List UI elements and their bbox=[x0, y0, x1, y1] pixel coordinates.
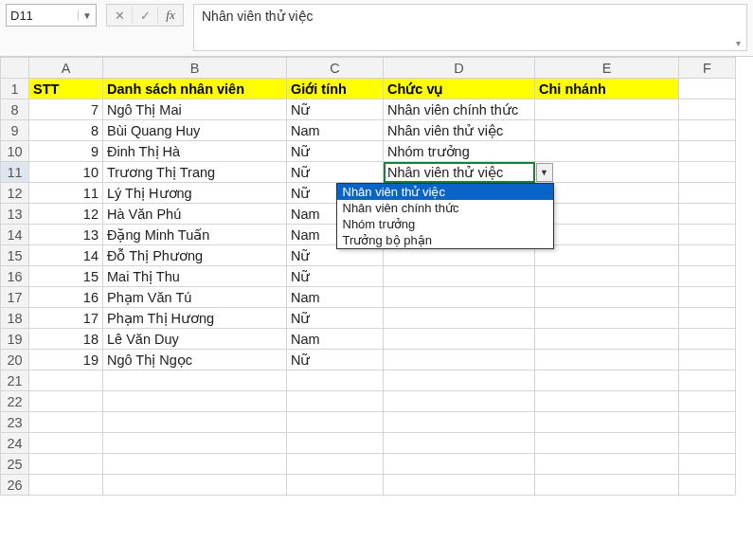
cell[interactable] bbox=[29, 412, 103, 433]
cell[interactable] bbox=[679, 99, 736, 120]
cell[interactable] bbox=[535, 141, 679, 162]
cell[interactable] bbox=[287, 412, 384, 433]
cell[interactable]: 14 bbox=[29, 245, 103, 266]
cell[interactable] bbox=[384, 287, 535, 308]
cell[interactable]: 19 bbox=[29, 350, 103, 370]
cell[interactable] bbox=[679, 391, 736, 412]
cell[interactable]: Đặng Minh Tuấn bbox=[103, 225, 287, 245]
cell[interactable] bbox=[679, 204, 736, 225]
cell[interactable] bbox=[535, 183, 679, 204]
cell[interactable]: Ngô Thị Ngọc bbox=[103, 350, 287, 370]
cell[interactable] bbox=[384, 350, 535, 370]
row-header[interactable]: 11 bbox=[1, 162, 29, 183]
cell[interactable] bbox=[384, 329, 535, 350]
col-header-D[interactable]: D bbox=[384, 58, 535, 79]
spreadsheet-grid[interactable]: A B C D E F 1STTDanh sách nhân viênGiới … bbox=[0, 57, 753, 496]
cell[interactable] bbox=[679, 433, 736, 454]
col-header-C[interactable]: C bbox=[287, 58, 384, 79]
cell[interactable]: Nữ bbox=[287, 350, 384, 370]
cell[interactable] bbox=[29, 370, 103, 391]
row-header[interactable]: 16 bbox=[1, 266, 29, 287]
cell[interactable] bbox=[679, 79, 736, 99]
cell[interactable] bbox=[679, 120, 736, 141]
cell[interactable]: Trương Thị Trang bbox=[103, 162, 287, 183]
row-header[interactable]: 21 bbox=[1, 370, 29, 391]
cell[interactable]: 16 bbox=[29, 287, 103, 308]
header-cell-B[interactable]: Danh sách nhân viên bbox=[103, 79, 287, 99]
insert-function-button[interactable]: fx bbox=[158, 5, 183, 26]
cell[interactable] bbox=[535, 391, 679, 412]
row-header[interactable]: 18 bbox=[1, 308, 29, 329]
data-validation-list[interactable]: Nhân viên thử việcNhân viên chính thứcNh… bbox=[336, 183, 554, 249]
name-box-dropdown-icon[interactable]: ▼ bbox=[78, 10, 92, 21]
cell[interactable]: Đinh Thị Hà bbox=[103, 141, 287, 162]
cell[interactable] bbox=[535, 162, 679, 183]
dropdown-option[interactable]: Trưởng bộ phận bbox=[337, 232, 553, 248]
header-cell-E[interactable]: Chi nhánh bbox=[535, 79, 679, 99]
cell[interactable]: 12 bbox=[29, 204, 103, 225]
cell[interactable]: Bùi Quang Huy bbox=[103, 120, 287, 141]
cell[interactable]: 15 bbox=[29, 266, 103, 287]
cell[interactable] bbox=[535, 475, 679, 496]
row-header[interactable]: 19 bbox=[1, 329, 29, 350]
cell[interactable] bbox=[535, 225, 679, 245]
row-header[interactable]: 14 bbox=[1, 225, 29, 245]
cell[interactable] bbox=[384, 370, 535, 391]
cell[interactable] bbox=[103, 454, 287, 475]
row-header[interactable]: 22 bbox=[1, 391, 29, 412]
cell[interactable]: Nữ bbox=[287, 99, 384, 120]
cell[interactable] bbox=[287, 475, 384, 496]
cell[interactable] bbox=[384, 433, 535, 454]
cell[interactable] bbox=[679, 370, 736, 391]
header-cell-C[interactable]: Giới tính bbox=[287, 79, 384, 99]
cell[interactable] bbox=[679, 475, 736, 496]
cell[interactable]: 8 bbox=[29, 120, 103, 141]
cell[interactable] bbox=[287, 454, 384, 475]
col-header-F[interactable]: F bbox=[679, 58, 736, 79]
cell[interactable] bbox=[384, 475, 535, 496]
col-header-E[interactable]: E bbox=[535, 58, 679, 79]
cell[interactable]: 10 bbox=[29, 162, 103, 183]
cell[interactable] bbox=[535, 99, 679, 120]
row-header[interactable]: 20 bbox=[1, 350, 29, 370]
cell[interactable] bbox=[679, 287, 736, 308]
cell[interactable]: 7 bbox=[29, 99, 103, 120]
cell[interactable] bbox=[103, 475, 287, 496]
cell[interactable]: Lê Văn Duy bbox=[103, 329, 287, 350]
cell[interactable] bbox=[679, 162, 736, 183]
header-cell-D[interactable]: Chức vụ bbox=[384, 79, 535, 99]
cell[interactable] bbox=[679, 141, 736, 162]
cell[interactable] bbox=[29, 475, 103, 496]
cell[interactable]: Nữ bbox=[287, 308, 384, 329]
data-validation-dropdown-button[interactable]: ▼ bbox=[536, 163, 553, 182]
cell[interactable] bbox=[535, 308, 679, 329]
cell[interactable] bbox=[103, 370, 287, 391]
cell[interactable] bbox=[29, 391, 103, 412]
row-header[interactable]: 10 bbox=[1, 141, 29, 162]
cell[interactable] bbox=[287, 391, 384, 412]
cell[interactable]: Nhân viên thử việc bbox=[384, 120, 535, 141]
cell[interactable] bbox=[29, 454, 103, 475]
cell[interactable]: Đỗ Thị Phương bbox=[103, 245, 287, 266]
dropdown-option[interactable]: Nhóm trưởng bbox=[337, 216, 553, 232]
row-header[interactable]: 24 bbox=[1, 433, 29, 454]
cell[interactable] bbox=[29, 433, 103, 454]
dropdown-option[interactable]: Nhân viên thử việc bbox=[337, 184, 553, 200]
expand-formula-bar-icon[interactable]: ▾ bbox=[736, 38, 741, 48]
row-header[interactable]: 9 bbox=[1, 120, 29, 141]
row-header[interactable]: 1 bbox=[1, 79, 29, 99]
cell[interactable] bbox=[679, 308, 736, 329]
col-header-B[interactable]: B bbox=[103, 58, 287, 79]
name-box[interactable]: D11 ▼ bbox=[6, 4, 97, 27]
col-header-A[interactable]: A bbox=[29, 58, 103, 79]
cell[interactable] bbox=[535, 370, 679, 391]
cell[interactable]: Hà Văn Phú bbox=[103, 204, 287, 225]
cell[interactable]: Nam bbox=[287, 120, 384, 141]
cell[interactable]: Nữ bbox=[287, 141, 384, 162]
cell[interactable]: 11 bbox=[29, 183, 103, 204]
cell[interactable] bbox=[535, 433, 679, 454]
cell[interactable] bbox=[679, 245, 736, 266]
confirm-button[interactable]: ✓ bbox=[133, 5, 157, 26]
cell[interactable] bbox=[679, 266, 736, 287]
cell[interactable] bbox=[679, 225, 736, 245]
